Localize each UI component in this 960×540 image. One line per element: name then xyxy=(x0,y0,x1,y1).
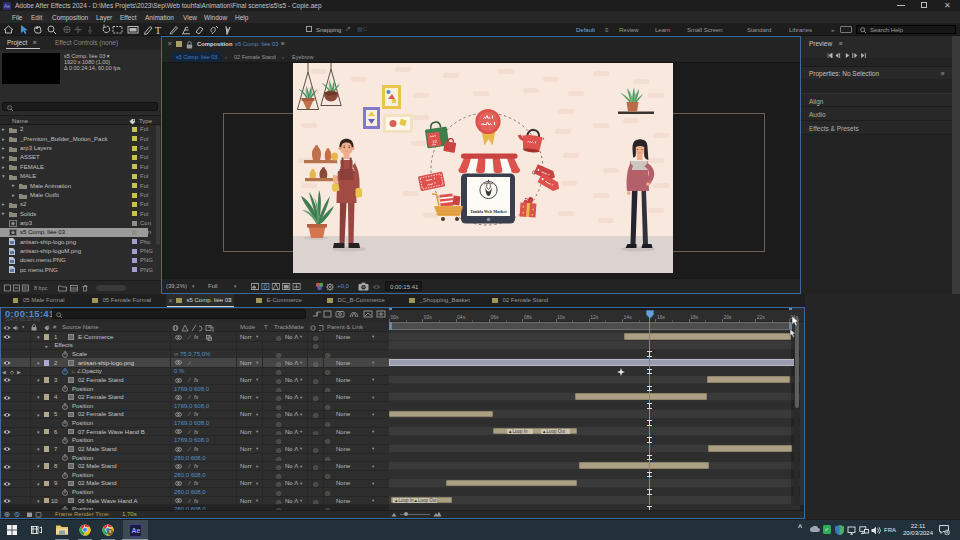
svg-text:Touhfa Web Market: Touhfa Web Market xyxy=(470,209,507,214)
svg-text:S: S xyxy=(109,529,112,534)
svg-text:4: 4 xyxy=(946,529,949,535)
svg-text:T: T xyxy=(155,25,161,36)
